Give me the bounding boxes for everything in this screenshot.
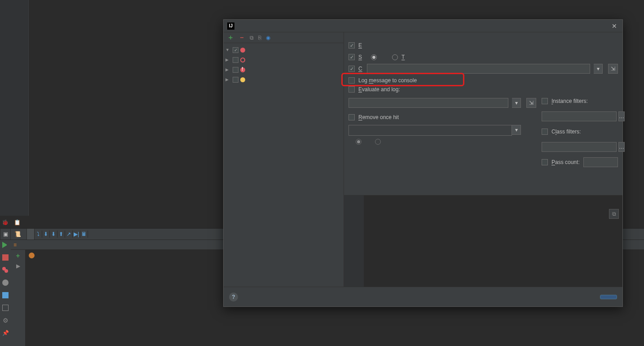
- condition-input[interactable]: [367, 64, 590, 74]
- method-breakpoint-icon: [240, 58, 245, 62]
- instance-filters-input: [542, 111, 617, 121]
- pass-count-input: [583, 157, 618, 167]
- checkbox-icon[interactable]: [233, 77, 238, 83]
- history-dropdown-icon[interactable]: ▾: [594, 64, 603, 74]
- help-icon[interactable]: ?: [229, 293, 238, 302]
- condition-checkbox[interactable]: [348, 66, 355, 72]
- disabled-until-select[interactable]: [348, 125, 512, 136]
- evaluate-log-input: [348, 98, 508, 108]
- class-filters-browse-icon[interactable]: …: [618, 142, 625, 152]
- resume-icon[interactable]: [2, 242, 9, 248]
- tree-exception-bp[interactable]: ▶: [224, 65, 344, 75]
- debug-tab-header: 🐞 📋: [0, 218, 23, 226]
- force-step-into-icon[interactable]: ⬇: [50, 231, 57, 238]
- thread-radio[interactable]: [392, 54, 398, 60]
- settings-gear-icon[interactable]: ⚙: [2, 317, 9, 324]
- evaluate-log-checkbox[interactable]: [348, 86, 355, 93]
- console-icon: 📜: [14, 231, 21, 237]
- filter-icon[interactable]: ◉: [266, 35, 270, 41]
- checkbox-icon[interactable]: [233, 67, 238, 73]
- checkbox-icon[interactable]: [233, 47, 238, 53]
- view-breakpoints-icon[interactable]: [2, 267, 9, 273]
- eval-expand-icon[interactable]: ⇲: [526, 98, 536, 108]
- disable-again-radio[interactable]: [356, 139, 362, 145]
- done-button[interactable]: [600, 295, 617, 299]
- remove-breakpoint-icon[interactable]: －: [238, 33, 245, 42]
- disabled-until-dropdown-icon[interactable]: ▾: [512, 125, 521, 135]
- class-filters-checkbox[interactable]: [542, 129, 548, 135]
- mute-breakpoints-icon[interactable]: [2, 279, 9, 286]
- intellij-icon: IJ: [227, 22, 234, 30]
- restore-layout-icon[interactable]: ▣: [0, 229, 11, 240]
- breakpoints-tree[interactable]: ▼ ▶ ▶ ▶: [224, 43, 344, 287]
- get-thread-dump-icon[interactable]: [2, 292, 9, 298]
- tree-root-line-bp[interactable]: ▼: [224, 45, 344, 55]
- tree-method-bp[interactable]: ▶: [224, 55, 344, 65]
- log-console-checkbox[interactable]: [348, 77, 355, 84]
- run-to-cursor-icon[interactable]: ▶|: [73, 231, 80, 238]
- instance-filters-browse-icon[interactable]: …: [618, 111, 625, 121]
- restore-layout-icon[interactable]: [2, 305, 9, 311]
- pin-icon[interactable]: 📌: [2, 330, 9, 336]
- tree-js-exception-bp[interactable]: ▶: [224, 75, 344, 84]
- add-breakpoint-icon[interactable]: ＋: [227, 33, 234, 42]
- variable-badge-icon: [29, 253, 35, 258]
- leave-enabled-radio[interactable]: [375, 139, 381, 145]
- stop-icon[interactable]: [2, 254, 9, 261]
- class-filters-input: [542, 142, 617, 152]
- console-tab[interactable]: 📜: [11, 229, 27, 240]
- debugger-tab[interactable]: [27, 229, 35, 240]
- suspend-checkbox[interactable]: [348, 54, 355, 60]
- line-breakpoint-icon: [240, 48, 245, 53]
- checkbox-icon[interactable]: [233, 57, 238, 63]
- breakpoint-preview: ⧉: [344, 195, 622, 287]
- instance-filters-checkbox[interactable]: [542, 98, 548, 104]
- enabled-checkbox[interactable]: [348, 42, 355, 49]
- step-over-icon[interactable]: ⤵: [35, 231, 42, 238]
- evaluate-icon[interactable]: 🖩: [80, 231, 88, 238]
- exception-breakpoint-icon: [240, 67, 245, 72]
- remove-once-checkbox[interactable]: [348, 114, 355, 120]
- copy-icon[interactable]: ⎘: [258, 35, 261, 41]
- pass-count-checkbox[interactable]: [542, 159, 548, 165]
- group-by-icon[interactable]: ⧉: [250, 35, 254, 41]
- navigate-icon[interactable]: ⧉: [609, 209, 619, 219]
- expand-icon[interactable]: ▶: [16, 263, 20, 269]
- step-into-icon[interactable]: ⬇: [42, 231, 50, 238]
- eval-dropdown-icon[interactable]: ▾: [512, 98, 521, 108]
- all-radio[interactable]: [371, 54, 377, 60]
- close-icon[interactable]: ✕: [610, 22, 619, 31]
- debug-left-toolbar: ⚙ 📌: [0, 240, 11, 346]
- breakpoints-dialog: IJ ✕ ＋ － ⧉ ⎘ ◉ ▼ ▶: [223, 19, 623, 307]
- js-exception-breakpoint-icon: [240, 77, 245, 82]
- expand-condition-icon[interactable]: ⇲: [608, 64, 618, 74]
- drop-frame-icon[interactable]: ↗: [65, 231, 73, 238]
- step-out-icon[interactable]: ⬆: [57, 231, 65, 238]
- new-watch-icon[interactable]: +: [16, 252, 20, 259]
